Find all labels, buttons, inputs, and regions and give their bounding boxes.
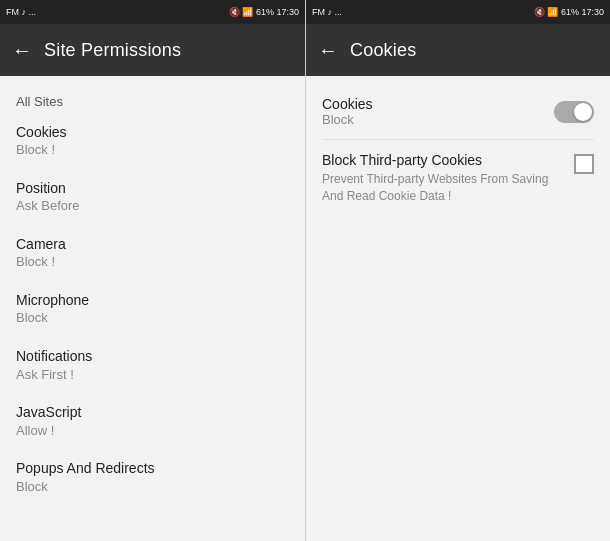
javascript-value: Allow ! bbox=[16, 423, 289, 440]
cookies-toggle-row: Cookies Block bbox=[306, 84, 610, 139]
javascript-label: JavaScript bbox=[16, 403, 289, 421]
fm-icon: FM ♪ ... bbox=[6, 7, 36, 17]
cookies-row-title: Cookies bbox=[322, 96, 373, 112]
cookies-row-sub: Block bbox=[322, 112, 373, 127]
popups-permission-item[interactable]: Popups And Redirects Block bbox=[0, 449, 305, 505]
third-party-text: Block Third-party Cookies Prevent Third-… bbox=[322, 152, 566, 205]
right-status-left: FM ♪ ... bbox=[312, 7, 342, 17]
position-label: Position bbox=[16, 179, 289, 197]
left-content: All Sites Cookies Block ! Position Ask B… bbox=[0, 76, 305, 541]
all-sites-header: All Sites bbox=[0, 84, 305, 113]
popups-label: Popups And Redirects bbox=[16, 459, 289, 477]
javascript-permission-item[interactable]: JavaScript Allow ! bbox=[0, 393, 305, 449]
left-status-bar: FM ♪ ... 🔇 📶 61% 17:30 bbox=[0, 0, 305, 24]
camera-permission-item[interactable]: Camera Block ! bbox=[0, 225, 305, 281]
right-status-icons: 🔇 📶 61% 17:30 bbox=[534, 7, 604, 17]
camera-value: Block ! bbox=[16, 254, 289, 271]
right-status-right: 🔇 📶 61% 17:30 bbox=[534, 7, 604, 17]
third-party-desc: Prevent Third-party Websites From Saving… bbox=[322, 171, 566, 205]
right-status-bar: FM ♪ ... 🔇 📶 61% 17:30 bbox=[306, 0, 610, 24]
right-panel: FM ♪ ... 🔇 📶 61% 17:30 ← Cookies Cookies… bbox=[305, 0, 610, 541]
right-status-icons: 🔇 📶 61% 17:30 bbox=[229, 7, 299, 17]
left-back-button[interactable]: ← bbox=[12, 39, 32, 62]
notifications-label: Notifications bbox=[16, 347, 289, 365]
cookies-permission-item[interactable]: Cookies Block ! bbox=[0, 113, 305, 169]
camera-label: Camera bbox=[16, 235, 289, 253]
cookies-value: Block ! bbox=[16, 142, 289, 159]
right-content: Cookies Block Block Third-party Cookies … bbox=[306, 76, 610, 541]
left-panel: FM ♪ ... 🔇 📶 61% 17:30 ← Site Permission… bbox=[0, 0, 305, 541]
microphone-permission-item[interactable]: Microphone Block bbox=[0, 281, 305, 337]
notifications-permission-item[interactable]: Notifications Ask First ! bbox=[0, 337, 305, 393]
popups-value: Block bbox=[16, 479, 289, 496]
left-status-right: 🔇 📶 61% 17:30 bbox=[229, 7, 299, 17]
right-header-title: Cookies bbox=[350, 40, 416, 61]
third-party-row[interactable]: Block Third-party Cookies Prevent Third-… bbox=[306, 140, 610, 217]
position-permission-item[interactable]: Position Ask Before bbox=[0, 169, 305, 225]
position-value: Ask Before bbox=[16, 198, 289, 215]
cookies-label-block: Cookies Block bbox=[322, 96, 373, 127]
screen-container: FM ♪ ... 🔇 📶 61% 17:30 ← Site Permission… bbox=[0, 0, 610, 541]
toggle-knob bbox=[574, 103, 592, 121]
right-header: ← Cookies bbox=[306, 24, 610, 76]
left-status-left: FM ♪ ... bbox=[6, 7, 36, 17]
right-back-button[interactable]: ← bbox=[318, 39, 338, 62]
third-party-title: Block Third-party Cookies bbox=[322, 152, 566, 168]
microphone-value: Block bbox=[16, 310, 289, 327]
left-header-title: Site Permissions bbox=[44, 40, 181, 61]
right-fm-icon: FM ♪ ... bbox=[312, 7, 342, 17]
cookies-toggle[interactable] bbox=[554, 101, 594, 123]
third-party-checkbox[interactable] bbox=[574, 154, 594, 174]
microphone-label: Microphone bbox=[16, 291, 289, 309]
cookies-label: Cookies bbox=[16, 123, 289, 141]
left-header: ← Site Permissions bbox=[0, 24, 305, 76]
notifications-value: Ask First ! bbox=[16, 367, 289, 384]
